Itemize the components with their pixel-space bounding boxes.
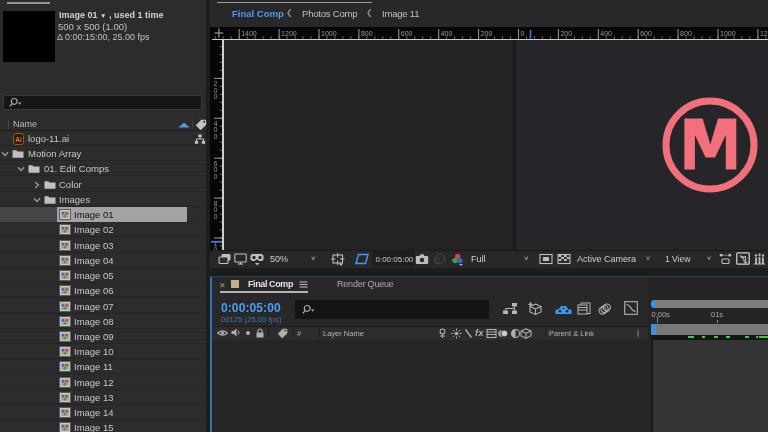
svg-text:1000: 1000 <box>321 30 337 37</box>
svg-text:0: 0 <box>521 30 525 37</box>
svg-text:600: 600 <box>640 30 652 37</box>
svg-text:800: 800 <box>361 30 373 37</box>
svg-text:200: 200 <box>481 30 493 37</box>
svg-text:0: 0 <box>214 213 218 220</box>
svg-text:0: 0 <box>214 173 218 180</box>
svg-text:0: 0 <box>214 93 218 100</box>
svg-text:1400: 1400 <box>241 30 257 37</box>
svg-text:400: 400 <box>600 30 612 37</box>
svg-text:800: 800 <box>680 30 692 37</box>
svg-text:Ai: Ai <box>15 136 22 143</box>
svg-text:400: 400 <box>441 30 453 37</box>
svg-text:600: 600 <box>401 30 413 37</box>
svg-text:1200: 1200 <box>760 30 768 37</box>
svg-text:1200: 1200 <box>281 30 297 37</box>
svg-text:0: 0 <box>214 133 218 140</box>
svg-text:1000: 1000 <box>720 30 736 37</box>
svg-text:200: 200 <box>560 30 572 37</box>
